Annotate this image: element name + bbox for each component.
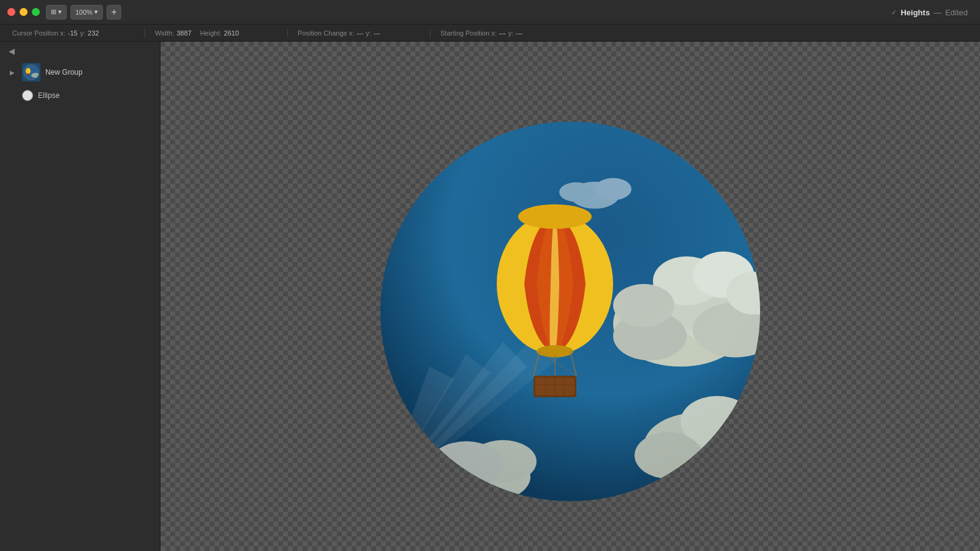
zoom-label: 100% [75,9,92,16]
starting-position-label: Starting Position x: [440,29,497,37]
svg-point-34 [559,182,594,202]
svg-point-25 [720,429,760,476]
cursor-position-label: Cursor Position x: [12,29,66,37]
close-button[interactable] [7,8,15,16]
minimize-button[interactable] [20,8,28,16]
traffic-lights [7,8,40,16]
thumbnail-svg [22,63,40,81]
view-toggle-button[interactable]: ⊞ ▾ [46,5,67,20]
position-change-x-value: --- [356,29,363,37]
svg-point-29 [396,459,463,501]
separator-1 [145,29,145,37]
position-change-group: Position Change x: --- y: --- [298,29,420,37]
ellipse-shape-icon [22,90,33,101]
ellipse-label: Ellipse [38,91,59,100]
zoom-button[interactable]: 100% ▾ [70,5,103,20]
zoom-chevron-icon: ▾ [94,8,98,16]
cursor-y-label: y: [80,29,86,37]
position-change-y-value: --- [374,29,380,37]
height-value: 2610 [224,29,239,37]
width-label: Width: [155,29,174,37]
canvas-area[interactable] [160,42,980,551]
balloon-scene-svg [380,122,760,501]
separator-3 [430,29,431,37]
starting-x-value: --- [499,29,506,37]
svg-point-26 [635,432,702,479]
starting-y-label: y: [508,29,514,37]
cursor-x-value: -15 [68,29,78,37]
svg-point-31 [429,441,503,488]
cloud-icon: ✓ [891,9,897,17]
group-name-label: New Group [45,68,83,77]
edited-separator: — [933,8,941,17]
svg-rect-6 [28,75,29,76]
svg-point-36 [518,204,592,229]
dimensions-group: Width: 3887 Height: 2610 [155,29,277,37]
add-button[interactable]: + [107,5,121,20]
window-title: ✓ Heights — Edited [891,0,968,24]
cursor-y-value: 232 [88,29,99,37]
document-name: Heights [900,8,930,17]
sidebar-item-ellipse[interactable]: Ellipse [4,86,156,105]
group-thumbnail [22,63,40,81]
nav-back-icon[interactable]: ◀ [9,47,15,56]
titlebar: ⊞ ▾ 100% ▾ + ✓ Heights — Edited [0,0,980,24]
statusbar: Cursor Position x: -15 y: 232 Width: 388… [0,24,980,42]
svg-point-33 [595,178,631,200]
sidebar-item-new-group[interactable]: ▶ [4,59,156,85]
toolbar-controls: ⊞ ▾ 100% ▾ + [46,5,121,20]
starting-position-group: Starting Position x: --- y: --- [440,29,563,37]
position-change-y-label: y: [366,29,371,37]
canvas-circle-image [380,122,760,501]
cursor-position-group: Cursor Position x: -15 y: 232 [12,29,135,37]
sidebar: ◀ ▶ [0,42,160,551]
view-chevron-icon: ▾ [58,8,62,16]
view-icon: ⊞ [51,8,56,16]
add-icon: + [111,7,116,18]
starting-y-value: --- [516,29,522,37]
svg-point-21 [613,284,674,327]
separator-2 [287,29,288,37]
group-arrow-icon: ▶ [10,69,17,76]
maximize-button[interactable] [32,8,40,16]
position-change-label: Position Change x: [298,29,354,37]
height-label: Height: [200,29,222,37]
svg-rect-5 [27,73,29,75]
svg-point-4 [26,68,31,74]
edited-label: Edited [945,8,968,17]
width-value: 3887 [176,29,191,37]
